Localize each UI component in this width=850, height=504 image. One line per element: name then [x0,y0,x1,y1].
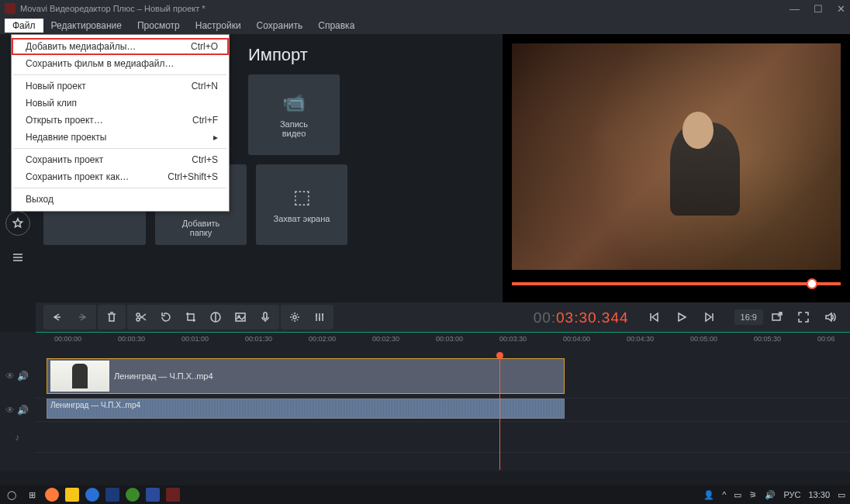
prev-icon [648,311,660,323]
firefox-icon[interactable] [45,488,59,502]
app-icon-1[interactable] [65,488,79,502]
menu-file[interactable]: Файл [5,19,43,33]
audio-label: Ленинград — Ч.П.Х..mp4 [50,401,140,409]
menu-edit[interactable]: Редактирование [43,19,130,33]
undo-button[interactable] [45,306,70,328]
svg-point-0 [136,313,140,316]
undo-icon [51,311,64,323]
audio-track[interactable]: 👁 🔊 Ленинград — Ч.П.Х..mp4 [36,399,850,422]
star-icon [12,217,24,230]
video-track-head[interactable]: 👁 🔊 [0,354,34,398]
menu-recent-projects[interactable]: Недавние проекты▸ [12,129,229,146]
music-track-head[interactable]: ♪ [0,422,34,452]
minimize-button[interactable]: — [790,3,800,15]
next-button[interactable] [697,306,722,328]
audio-clip[interactable]: Ленинград — Ч.П.Х..mp4 [47,399,565,419]
sliders-icon [313,311,326,323]
start-button[interactable]: ◯ [5,488,19,502]
scrub-knob[interactable] [807,278,817,289]
preview-panel [503,34,850,302]
tray-sound-icon[interactable]: 🔊 [765,490,776,500]
volume-button[interactable] [817,306,842,328]
timeline-ruler[interactable]: 00:00:00 00:00:30 00:01:00 00:01:30 00:0… [36,332,850,354]
menu-new-project[interactable]: Новый проектCtrl+N [12,78,229,95]
delete-button[interactable] [99,306,124,328]
stickers-tab[interactable] [5,211,30,236]
color-button[interactable] [203,306,228,328]
gear-icon [289,311,301,323]
aspect-ratio[interactable]: 16:9 [734,309,763,325]
word-icon[interactable] [146,488,160,502]
audio-track-head[interactable]: 👁 🔊 [0,399,34,421]
volume-icon [824,311,836,323]
tray-wifi-icon[interactable]: ⚞ [749,490,757,500]
app-icon-2[interactable] [85,488,99,502]
app-logo-icon [5,3,16,14]
cut-button[interactable] [129,306,154,328]
play-icon [676,311,688,323]
menu-new-clip[interactable]: Новый клип [12,95,229,112]
tray-up-icon[interactable]: ^ [722,490,726,499]
menubar: Файл Редактирование Просмотр Настройки С… [0,17,850,34]
app-icon-3[interactable] [105,488,119,502]
redo-button[interactable] [70,306,95,328]
settings-button[interactable] [282,306,307,328]
video-track[interactable]: 👁 🔊 Ленинград — Ч.П.Х..mp4 [36,354,850,399]
image-icon [234,311,247,323]
menu-view[interactable]: Просмотр [130,19,188,33]
rotate-icon [160,311,172,323]
popout-button[interactable] [765,306,790,328]
prev-button[interactable] [641,306,666,328]
tracks: 👁 🔊 Ленинград — Ч.П.Х..mp4 👁 🔊 Ленинград… [36,354,850,470]
menu-settings[interactable]: Настройки [188,19,249,33]
crop-icon [185,311,197,323]
timecode: 00:03:30.344 [534,309,629,326]
crop-button[interactable] [178,306,203,328]
image-button[interactable] [228,306,253,328]
trash-icon [105,311,118,323]
menu-save-movie[interactable]: Сохранить фильм в медиафайл… [12,55,229,72]
more-tab[interactable] [5,245,30,270]
tray-battery-icon[interactable]: ▭ [734,490,741,500]
import-heading: Импорт [248,45,495,65]
menu-save-project[interactable]: Сохранить проектCtrl+S [12,151,229,168]
tray-lang[interactable]: РУС [783,490,800,499]
mic-icon [259,311,271,323]
svg-rect-5 [264,312,267,319]
file-dropdown: Добавить медиафайлы…Ctrl+O Сохранить фил… [11,34,230,212]
music-track[interactable]: ♪ [36,422,850,453]
play-button[interactable] [669,306,694,328]
menu-help[interactable]: Справка [310,19,362,33]
contrast-icon [209,311,222,323]
close-button[interactable]: ✕ [837,3,845,15]
preview-scrubber[interactable] [512,282,841,285]
record-video-card[interactable]: 📹 Запись видео [248,74,340,155]
task-view-button[interactable]: ⊞ [25,488,39,502]
timeline: 00:00:00 00:00:30 00:01:00 00:01:30 00:0… [0,332,850,471]
screen-capture-card[interactable]: ⬚ Захват экрана [256,164,347,245]
video-clip[interactable]: Ленинград — Ч.П.Х..mp4 [47,358,565,394]
menu-save[interactable]: Сохранить [249,19,311,33]
movavi-taskbar-icon[interactable] [166,488,180,502]
tray-notifications-icon[interactable]: ▭ [838,490,845,500]
fullscreen-button[interactable] [791,306,816,328]
menu-add-media[interactable]: Добавить медиафайлы…Ctrl+O [12,38,229,55]
menu-open-project[interactable]: Открыть проект…Ctrl+F [12,112,229,129]
equalizer-button[interactable] [307,306,332,328]
tray-people-icon[interactable]: 👤 [703,490,714,500]
maximize-button[interactable]: ☐ [814,3,823,15]
mic-button[interactable] [253,306,278,328]
preview-video[interactable] [512,43,841,270]
next-icon [703,311,716,323]
tray-time[interactable]: 13:30 [808,490,830,499]
playhead[interactable] [499,354,500,470]
scissors-icon [135,311,147,323]
rotate-button[interactable] [154,306,178,328]
svg-point-1 [136,318,140,321]
screen-icon: ⬚ [293,186,311,208]
toolbar: 00:03:30.344 16:9 [36,302,850,332]
menu-save-project-as[interactable]: Сохранить проект как…Ctrl+Shift+S [12,168,229,185]
app-icon-4[interactable] [126,488,140,502]
popout-icon [771,311,783,323]
menu-exit[interactable]: Выход [12,191,229,208]
